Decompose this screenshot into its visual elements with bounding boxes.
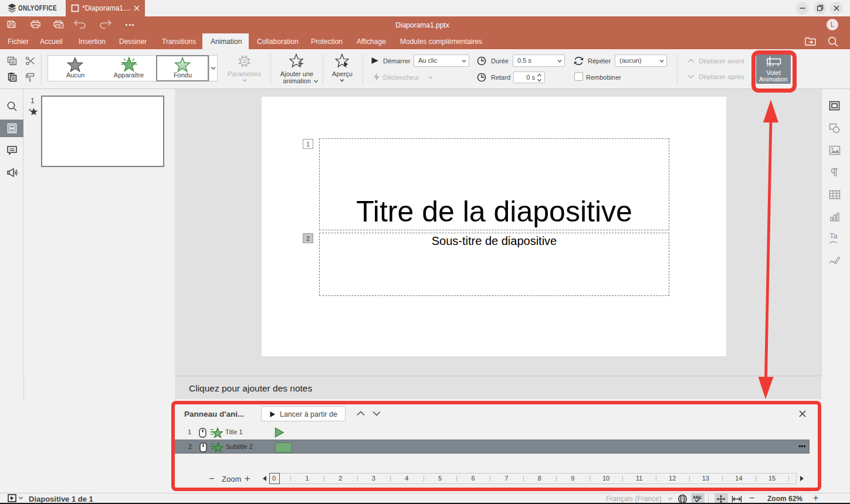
svg-text:ABC: ABC	[693, 495, 702, 499]
